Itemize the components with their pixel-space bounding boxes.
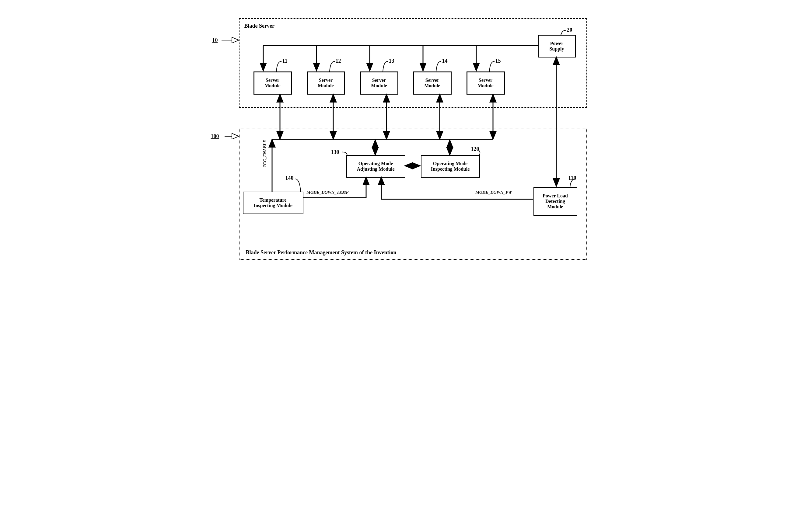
power-supply-num: 20: [567, 27, 572, 33]
tcc-enable-label: TCC_ENABLE: [263, 140, 267, 167]
power-supply-box: Power Supply: [538, 35, 576, 58]
inspecting-module-box: Operating Mode Inspecting Module: [421, 155, 480, 178]
temperature-module-box: Temperature Inspecting Module: [243, 192, 303, 214]
mode-down-temp-label: MODE_DOWN_TEMP: [307, 190, 349, 195]
blade-server-title: Blade Server: [244, 23, 275, 29]
server-module-3: Server Module: [360, 72, 398, 95]
ref-100-label: 100: [211, 133, 219, 140]
power-load-module-num: 110: [568, 175, 576, 181]
adjusting-module-num: 130: [331, 149, 339, 155]
server-module-1-num: 11: [282, 58, 288, 64]
power-load-module-box: Power Load Detecting Module: [534, 187, 577, 216]
server-module-4-num: 14: [442, 58, 448, 64]
server-module-1: Server Module: [254, 72, 292, 95]
inspecting-module-num: 120: [471, 146, 479, 152]
server-module-4: Server Module: [413, 72, 452, 95]
server-module-2: Server Module: [307, 72, 345, 95]
system-title: Blade Server Performance Management Syst…: [246, 249, 397, 256]
system-diagram: 10 100 Blade Server Blade Server Perform…: [211, 12, 600, 268]
server-module-5-num: 15: [495, 58, 501, 64]
server-module-5: Server Module: [466, 72, 505, 95]
server-module-2-num: 12: [336, 58, 341, 64]
temperature-module-num: 140: [286, 175, 294, 181]
adjusting-module-box: Operating Mode Adjusting Module: [346, 155, 406, 178]
mode-down-pw-label: MODE_DOWN_PW: [476, 190, 512, 195]
ref-10-label: 10: [212, 37, 218, 44]
server-module-3-num: 13: [389, 58, 394, 64]
